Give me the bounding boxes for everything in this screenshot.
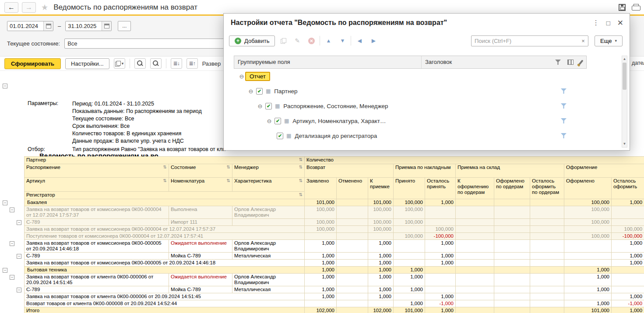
table-row[interactable]: Бытовая техника1,0001,0001,0001,000 bbox=[25, 267, 644, 274]
table-row[interactable]: С-789Импорт 111100,000100,000100,000100,… bbox=[25, 219, 644, 226]
table-cell[interactable] bbox=[530, 286, 564, 293]
table-row[interactable]: Бакалея101,000101,000100,0001,000100,000… bbox=[25, 199, 644, 206]
sort-icon[interactable]: ⇅ bbox=[227, 178, 230, 184]
table-cell[interactable]: С-789 bbox=[25, 286, 169, 293]
table-cell[interactable] bbox=[612, 274, 644, 286]
clear-search-icon[interactable]: × bbox=[578, 38, 588, 44]
table-cell[interactable]: 1,000 bbox=[394, 267, 425, 274]
copy-settings-button[interactable]: ▾ bbox=[114, 58, 125, 69]
table-cell[interactable] bbox=[612, 267, 644, 274]
table-cell[interactable]: 1,000 bbox=[425, 260, 456, 267]
move-down-button[interactable]: ▼ bbox=[337, 35, 348, 46]
table-cell[interactable]: 100,000 bbox=[425, 226, 456, 233]
table-cell[interactable]: 1,000 bbox=[368, 240, 394, 253]
table-cell[interactable] bbox=[494, 253, 530, 260]
table-cell[interactable] bbox=[530, 199, 564, 206]
table-cell[interactable] bbox=[337, 253, 368, 260]
checkbox[interactable]: ✔ bbox=[265, 103, 272, 109]
table-cell[interactable]: Заявка на возврат товаров от комиссионер… bbox=[25, 260, 305, 267]
forward-arrow-icon[interactable]: → bbox=[22, 2, 36, 13]
sort-icon[interactable]: ⇅ bbox=[299, 157, 303, 163]
table-row[interactable]: Заявка на возврат товаров от клиента 0К0… bbox=[25, 274, 644, 286]
table-cell[interactable] bbox=[456, 274, 494, 286]
table-cell[interactable] bbox=[232, 219, 305, 226]
scrollbar-thumb[interactable] bbox=[623, 63, 626, 90]
settings-button[interactable]: Настройки... bbox=[65, 58, 109, 69]
table-cell[interactable] bbox=[337, 267, 368, 274]
group-expander-icon[interactable]: − bbox=[10, 275, 14, 280]
table-cell[interactable]: 1,000 bbox=[394, 286, 425, 293]
maximize-icon[interactable]: □ bbox=[606, 19, 610, 27]
table-cell[interactable]: Орлов Александр Владимирович bbox=[232, 274, 305, 286]
sort-icon[interactable]: ⇅ bbox=[163, 178, 167, 184]
table-row[interactable]: Заявка на возврат товаров от комиссионер… bbox=[25, 240, 644, 253]
filter-icon[interactable] bbox=[561, 88, 567, 94]
column-header-nomenclature[interactable]: Номенклатура⇅ bbox=[169, 178, 232, 192]
scroll-up-icon[interactable]: ▲ bbox=[622, 56, 627, 62]
table-cell[interactable]: 100,000 bbox=[394, 206, 425, 219]
table-cell[interactable]: 100,000 bbox=[564, 199, 612, 206]
table-cell[interactable] bbox=[494, 226, 530, 233]
table-cell[interactable]: 1,000 bbox=[394, 300, 425, 307]
table-cell[interactable]: 100,000 bbox=[305, 206, 337, 219]
table-cell[interactable]: 1,000 bbox=[425, 253, 456, 260]
table-cell[interactable] bbox=[494, 219, 530, 226]
table-cell[interactable] bbox=[530, 219, 564, 226]
table-cell[interactable]: 1,000 bbox=[368, 253, 394, 260]
table-cell[interactable]: 101,000 bbox=[305, 199, 337, 206]
table-cell[interactable] bbox=[394, 240, 425, 253]
table-cell[interactable] bbox=[530, 240, 564, 253]
tree-row-group[interactable]: ⊖✔▦Распоряжение, Состояние, Менеджер bbox=[234, 98, 587, 113]
table-row[interactable]: Заявка на возврат товаров от клиента 0К0… bbox=[25, 293, 644, 300]
table-cell[interactable]: 1,000 bbox=[305, 253, 337, 260]
table-cell[interactable]: 102,000 bbox=[368, 307, 394, 313]
column-header-value[interactable]: Отменено bbox=[337, 178, 368, 199]
close-icon[interactable]: ✕ bbox=[617, 18, 623, 28]
table-cell[interactable]: Мойка С-789 bbox=[169, 253, 232, 260]
sort-icon[interactable]: ⇅ bbox=[299, 165, 303, 170]
table-cell[interactable]: Металлическая bbox=[232, 253, 305, 260]
table-cell[interactable] bbox=[394, 293, 425, 300]
filter-icon[interactable] bbox=[561, 103, 567, 109]
column-header-value[interactable]: Заявлено bbox=[305, 178, 337, 199]
table-cell[interactable]: 101,000 bbox=[394, 307, 425, 313]
appearance-brush-icon[interactable] bbox=[578, 60, 583, 65]
table-cell[interactable] bbox=[494, 260, 530, 267]
table-cell[interactable] bbox=[337, 274, 368, 286]
delete-button[interactable]: ✕ bbox=[306, 35, 317, 46]
column-header-state[interactable]: Состояние⇅ bbox=[169, 164, 232, 178]
table-cell[interactable]: Импорт 111 bbox=[169, 219, 232, 226]
table-cell[interactable]: 1,000 bbox=[305, 240, 337, 253]
table-cell[interactable]: 1,000 bbox=[612, 293, 644, 300]
table-cell[interactable] bbox=[425, 219, 456, 226]
table-cell[interactable] bbox=[612, 219, 644, 226]
table-cell[interactable] bbox=[612, 206, 644, 219]
table-cell[interactable] bbox=[394, 226, 425, 233]
table-cell[interactable]: 100,000 bbox=[564, 206, 612, 219]
table-cell[interactable] bbox=[494, 286, 530, 293]
table-cell[interactable] bbox=[494, 206, 530, 219]
table-cell[interactable]: Бытовая техника bbox=[25, 267, 305, 274]
save-icon[interactable] bbox=[619, 4, 626, 11]
table-cell[interactable] bbox=[564, 226, 612, 233]
table-cell[interactable] bbox=[530, 300, 564, 307]
tree-row-group[interactable]: ✔▦Детализация до регистратора bbox=[234, 128, 587, 143]
table-cell[interactable]: 100,000 bbox=[305, 226, 337, 233]
table-cell[interactable]: 1,000 bbox=[368, 267, 394, 274]
table-cell[interactable] bbox=[530, 260, 564, 267]
table-cell[interactable] bbox=[456, 233, 494, 240]
column-header-value[interactable]: Осталось оформить по ордерам bbox=[530, 178, 564, 199]
table-row[interactable]: Заявка на возврат товаров от комиссионер… bbox=[25, 206, 644, 219]
table-cell[interactable] bbox=[425, 274, 456, 286]
collapse-icon[interactable]: ⊖ bbox=[266, 118, 273, 124]
sort-icon[interactable]: ⇅ bbox=[299, 178, 303, 184]
checkbox[interactable]: ✔ bbox=[277, 133, 283, 139]
column-header-quantity[interactable]: Количество bbox=[305, 157, 644, 164]
table-cell[interactable]: -100,000 bbox=[425, 233, 456, 240]
table-cell[interactable] bbox=[530, 233, 564, 240]
table-cell[interactable] bbox=[530, 274, 564, 286]
table-cell[interactable]: Заявка на возврат товаров от комиссионер… bbox=[25, 240, 169, 253]
table-cell[interactable] bbox=[456, 240, 494, 253]
column-header-characteristic[interactable]: Характеристика⇅ bbox=[232, 178, 305, 192]
table-cell[interactable] bbox=[305, 300, 337, 307]
